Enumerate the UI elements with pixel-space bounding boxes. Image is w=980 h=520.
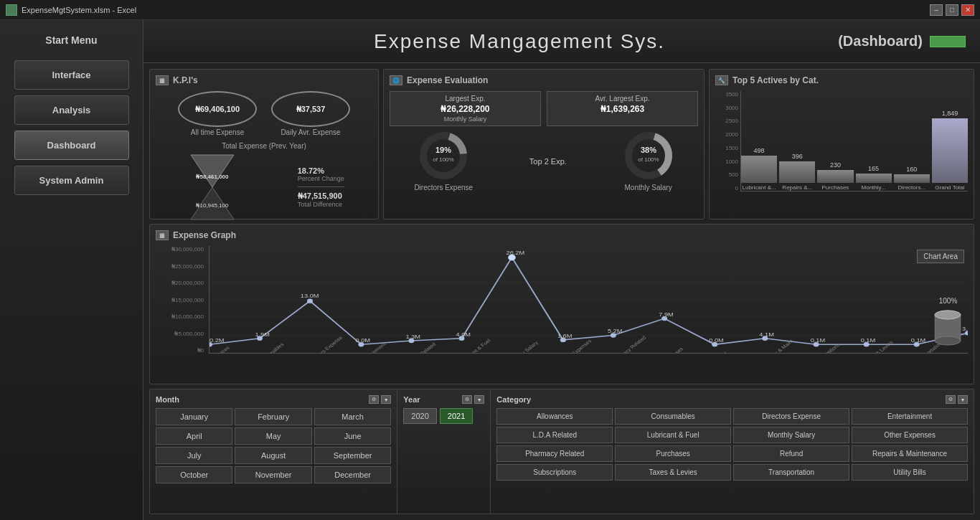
sidebar-item-system-admin[interactable]: System Admin — [14, 166, 129, 195]
kpi-panel: ▦ K.P.I's ₦69,406,100 All time Expense — [149, 69, 379, 219]
year-filter-icon2[interactable]: ▼ — [474, 395, 484, 404]
svg-text:Refund: Refund — [711, 351, 729, 353]
sidebar-item-analysis[interactable]: Analysis — [14, 95, 129, 125]
svg-text:0.0M: 0.0M — [709, 337, 724, 344]
donut2-wrap: 38% of 100% Monthly Salary — [623, 131, 674, 192]
kpi-alltime-wrap: ₦69,406,100 All time Expense — [178, 91, 257, 136]
sidebar-item-dashboard[interactable]: Dashboard — [14, 131, 129, 160]
month-filter-icon1[interactable]: ⚙ — [369, 395, 379, 404]
month-april[interactable]: April — [156, 427, 232, 445]
year-filter-icon1[interactable]: ⚙ — [462, 395, 472, 404]
month-november[interactable]: November — [235, 466, 311, 483]
svg-text:Monthly Salary: Monthly Salary — [508, 339, 540, 353]
avr-largest-label: Avr. Largest Exp. — [553, 95, 692, 103]
cat-other-expenses[interactable]: Other Expenses — [852, 427, 968, 443]
svg-text:₦58,461,000: ₦58,461,000 — [197, 174, 230, 180]
header: Expense Mangagement Sys. (Dashboard) — [143, 20, 980, 63]
category-filter-icons[interactable]: ⚙ ▼ — [946, 395, 968, 404]
svg-text:of 100%: of 100% — [433, 156, 454, 163]
dashboard-label: (Dashboard) — [838, 33, 923, 49]
cat-pharmacy-related[interactable]: Pharmacy Related — [496, 445, 613, 462]
month-february[interactable]: February — [235, 408, 311, 425]
cat-lda-related[interactable]: L.D.A Related — [496, 427, 613, 443]
avr-largest-value: ₦1,639,263 — [553, 104, 692, 114]
graph-icon: ▦ — [156, 230, 169, 240]
graph-header: ▦ Expense Graph — [156, 230, 968, 240]
month-january[interactable]: January — [156, 408, 232, 425]
eval-bottom: 19% of 100% Directors Expense Top 2 Exp. — [390, 131, 698, 192]
cat-transportation[interactable]: Transportation — [733, 464, 849, 481]
month-june[interactable]: June — [314, 427, 391, 445]
eval-title: Expense Evaluation — [407, 75, 488, 85]
svg-text:19%: 19% — [435, 146, 451, 154]
minimize-button[interactable]: – — [930, 4, 943, 16]
category-title: Category — [496, 395, 531, 404]
cat-directors-expense[interactable]: Directors Expense — [733, 408, 849, 425]
cat-monthly-salary[interactable]: Monthly Salary — [733, 427, 849, 443]
svg-text:5.2M: 5.2M — [608, 328, 623, 334]
month-october[interactable]: October — [156, 466, 232, 483]
largest-exp-card: Largest Exp. ₦26,228,200 Monthly Salary — [390, 91, 541, 126]
month-march[interactable]: March — [314, 408, 391, 425]
hourglass-section: ₦58,461,000 ₦10,945,100 18.72% Percent C… — [156, 151, 372, 223]
avr-largest-card: Avr. Largest Exp. ₦1,639,263 — [547, 91, 698, 126]
svg-point-21 — [307, 298, 313, 303]
donut1-svg: 19% of 100% — [418, 131, 468, 181]
svg-marker-0 — [191, 155, 234, 187]
year-2021-button[interactable]: 2021 — [440, 408, 473, 424]
svg-text:4.1M: 4.1M — [759, 331, 774, 337]
category-filter-header: Category ⚙ ▼ — [496, 395, 968, 404]
month-filter-header: Month ⚙ ▼ — [156, 395, 391, 404]
svg-text:1.9M: 1.9M — [255, 331, 270, 337]
cylinder-container: 100% — [932, 297, 964, 349]
cat-lubricant-fuel[interactable]: Lubricant & Fuel — [615, 427, 731, 443]
month-december[interactable]: December — [314, 466, 391, 483]
cat-repairs-maintenance[interactable]: Repairs & Maintenance — [852, 445, 968, 462]
cat-entertainment[interactable]: Entertainment — [852, 408, 968, 425]
cat-allowances[interactable]: Allowances — [496, 408, 613, 425]
maximize-button[interactable]: □ — [946, 4, 958, 16]
cat-consumables[interactable]: Consumables — [615, 408, 731, 425]
title-bar: ExpenseMgtSystem.xlsm - Excel – □ ✕ — [0, 0, 980, 20]
month-filter-icons[interactable]: ⚙ ▼ — [369, 395, 391, 404]
cat-subscriptions[interactable]: Subscriptions — [496, 464, 613, 481]
middle-row: ▦ Expense Graph ₦30,000,000₦25,000,000₦2… — [149, 224, 974, 384]
svg-text:L.D.A Related: L.D.A Related — [407, 341, 438, 353]
year-2020-button[interactable]: 2020 — [403, 408, 436, 424]
month-filter-icon2[interactable]: ▼ — [381, 395, 391, 404]
green-indicator — [930, 36, 966, 47]
close-button[interactable]: ✕ — [961, 4, 974, 16]
window-controls[interactable]: – □ ✕ — [930, 4, 974, 16]
svg-text:0.2M: 0.2M — [209, 337, 225, 344]
month-august[interactable]: August — [235, 447, 311, 464]
month-title: Month — [156, 395, 179, 404]
month-may[interactable]: May — [235, 427, 311, 445]
month-grid: January February March April May June Ju… — [156, 408, 391, 483]
percent-change-value: 18.72% — [298, 166, 344, 175]
year-title: Year — [403, 395, 420, 404]
category-filter-icon1[interactable]: ⚙ — [946, 395, 956, 404]
kpi-icon: ▦ — [156, 75, 169, 85]
year-filter-icons[interactable]: ⚙ ▼ — [462, 395, 484, 404]
month-filter: Month ⚙ ▼ January February March April M… — [150, 389, 397, 514]
cylinder-label: 100% — [939, 297, 958, 305]
top2-center: Top 2 Exp. — [529, 157, 567, 166]
cat-taxes-levies[interactable]: Taxes & Levies — [615, 464, 731, 481]
svg-text:1.6M: 1.6M — [557, 333, 573, 339]
svg-text:1.3M: 1.3M — [405, 334, 420, 340]
month-september[interactable]: September — [314, 447, 391, 464]
category-filter-icon2[interactable]: ▼ — [958, 395, 968, 404]
cat-refund[interactable]: Refund — [733, 445, 849, 462]
donut2-label: Monthly Salary — [625, 184, 672, 192]
sidebar-item-interface[interactable]: Interface — [14, 60, 129, 90]
percent-change-label: Percent Change — [298, 175, 344, 182]
svg-text:Allowances: Allowances — [209, 345, 231, 353]
month-july[interactable]: July — [156, 447, 232, 464]
donut1-wrap: 19% of 100% Directors Expense — [414, 131, 473, 192]
largest-label: Largest Exp. — [396, 95, 534, 103]
cat-purchases[interactable]: Purchases — [615, 445, 731, 462]
largest-value: ₦26,228,200 — [396, 104, 534, 114]
eval-top-cards: Largest Exp. ₦26,228,200 Monthly Salary … — [390, 91, 698, 126]
cat-utility-bills[interactable]: Utility Bills — [852, 464, 968, 481]
svg-text:4.0M: 4.0M — [456, 331, 471, 337]
